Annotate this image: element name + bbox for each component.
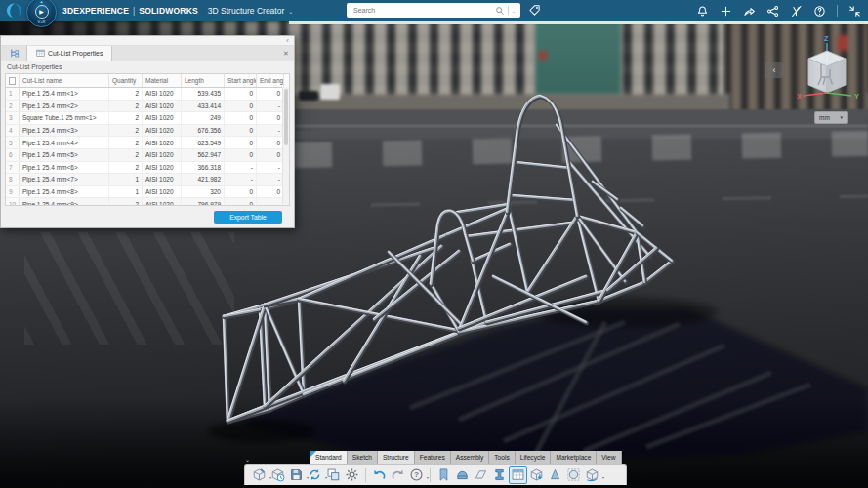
settings-icon[interactable] (343, 466, 361, 484)
cell-material: AISI 1020 (143, 125, 182, 137)
cut-list-properties-panel: ‹ Cut-List Properties ✕ (0, 35, 295, 228)
bookmark-icon[interactable] (434, 466, 453, 484)
search-input[interactable] (351, 6, 495, 15)
cut-list-row[interactable]: 9Pipe.1 25.4 mm<8>1AISI 102032000 (6, 186, 289, 199)
close-panel-button[interactable]: ✕ (278, 46, 294, 61)
play-icon: ▶ (35, 5, 49, 19)
share-markup-icon[interactable] (324, 466, 343, 484)
add-content-icon[interactable] (720, 5, 732, 18)
tab-tools[interactable]: Tools (489, 451, 515, 464)
search-caret-icon[interactable]: ⌄ (512, 8, 516, 14)
panel-tab-bar: Cut-List Properties ✕ (1, 46, 294, 61)
cut-list-row[interactable]: 6Pipe.1 25.4 mm<5>2AISI 1020562.94700 (6, 149, 289, 162)
new-part-icon[interactable]: ▾ (250, 466, 269, 484)
cell-end: - (257, 198, 284, 205)
cut-list-row[interactable]: 1Pipe.1 25.4 mm<1>2AISI 1020539.43500 (6, 88, 289, 101)
undo-icon[interactable] (370, 466, 389, 484)
help-icon[interactable] (813, 5, 826, 18)
brand-separator: | (133, 6, 135, 16)
column-header[interactable]: Start angle (225, 74, 257, 87)
redo-icon[interactable] (389, 466, 407, 484)
brand-solidworks: SOLIDWORKS (139, 6, 198, 16)
save-icon[interactable]: ▾ (287, 466, 306, 484)
reload-icon[interactable]: ▾ (306, 466, 324, 484)
tab-standard[interactable]: Standard (310, 451, 348, 464)
cell-end: 0 (257, 88, 284, 100)
cell-start: 0 (225, 88, 257, 100)
compass-version-label: V+R (38, 20, 46, 24)
z-axis-label[interactable]: Z (824, 34, 829, 43)
tag-icon[interactable] (528, 4, 541, 17)
column-header[interactable]: Length (182, 74, 225, 87)
cell-start: 0 (225, 198, 257, 205)
open-recent-icon[interactable] (269, 466, 287, 484)
cell-num: 2 (6, 101, 20, 112)
view-cube[interactable]: X Y Z (787, 31, 868, 107)
cell-qty: 2 (109, 112, 143, 124)
table-scrollbar[interactable] (282, 87, 289, 204)
cut-list-row[interactable]: 10Pipe.1 25.4 mm<9>2AISI 1020796.9790- (6, 198, 289, 205)
top-bar-divider (837, 5, 838, 17)
collapse-window-icon[interactable] (848, 5, 861, 18)
scrollbar-thumb[interactable] (284, 89, 288, 145)
cell-start: - (225, 174, 257, 185)
cell-qty: 2 (109, 88, 143, 100)
cell-length: 539.435 (182, 88, 225, 100)
cell-material: AISI 1020 (143, 88, 182, 100)
search-box: ⌄ (347, 3, 520, 18)
help-icon[interactable]: ?▾ (407, 466, 426, 484)
toolbar-overflow-caret[interactable]: ⌄ (245, 456, 250, 463)
notifications-icon[interactable] (696, 5, 709, 18)
tab-marketplace[interactable]: Marketplace (551, 451, 597, 464)
collaboration-icon[interactable] (766, 5, 779, 18)
structure-profile-icon[interactable] (490, 466, 509, 484)
action-bar-tabs: StandardSketchStructureFeaturesAssemblyT… (310, 451, 622, 464)
tab-lifecycle[interactable]: Lifecycle (516, 451, 552, 464)
cut-list-row[interactable]: 8Pipe.1 25.4 mm<7>1AISI 1020421.982-- (6, 174, 289, 186)
column-header[interactable]: End angle (257, 74, 284, 87)
action-bar-toolbar: ▾▾▾?▾▾ (244, 464, 627, 485)
share-icon[interactable] (743, 5, 756, 18)
app-name[interactable]: 3D Structure Creator (208, 6, 284, 16)
y-axis-label[interactable]: Y (854, 92, 859, 101)
tab-view[interactable]: View (597, 451, 621, 464)
tab-features[interactable]: Features (415, 451, 451, 464)
chevron-left-icon[interactable]: ‹ (286, 36, 289, 45)
units-dropdown[interactable]: mm ▼ (814, 111, 848, 124)
panel-collapse-button[interactable]: ‹ (765, 62, 784, 78)
cut-list-row[interactable]: 5Pipe.1 25.4 mm<4>2AISI 1020623.54900 (6, 137, 289, 149)
panel-section-title: Cut-List Properties (1, 61, 294, 73)
chevron-down-icon[interactable]: ⌄ (288, 8, 293, 15)
tab-sketch[interactable]: Sketch (348, 451, 378, 464)
cut-list-row[interactable]: 2Pipe.1 25.4 mm<2>2AISI 1020433.4140- (6, 101, 289, 113)
column-header[interactable]: Cut-List name (20, 74, 109, 87)
export-table-button[interactable]: Export Table (214, 211, 282, 224)
mirror-pattern-icon[interactable]: ▾ (583, 466, 601, 484)
column-header[interactable]: Material (143, 74, 182, 87)
cell-start: 0 (225, 137, 257, 148)
cut-list-row[interactable]: 7Pipe.1 25.4 mm<6>2AISI 1020366.318-- (6, 162, 289, 175)
tab-assembly[interactable]: Assembly (451, 451, 490, 464)
extract-member-icon[interactable] (527, 466, 546, 484)
cut-list-row[interactable]: 3Square Tube.1 25 mm<1>2AISI 102024900 (6, 112, 289, 125)
column-header[interactable]: Quantity (109, 74, 143, 87)
cell-num: 8 (6, 174, 20, 185)
tab-structure[interactable]: Structure (378, 451, 415, 464)
sphere-frame-icon[interactable] (564, 466, 583, 484)
tab-cut-list-properties[interactable]: Cut-List Properties (27, 46, 112, 61)
reference-plane-icon[interactable] (472, 466, 490, 484)
x-axis-label[interactable]: X (797, 92, 802, 101)
select-all-checkbox[interactable] (9, 77, 16, 85)
insert-component-icon[interactable] (453, 466, 472, 484)
cell-length: 366.318 (182, 162, 225, 174)
cut-list-row[interactable]: 4Pipe.1 25.4 mm<3>2AISI 1020676.3560- (6, 125, 289, 138)
cell-qty: 2 (109, 198, 143, 205)
3dswym-icon[interactable] (790, 5, 803, 18)
cut-list-table-icon[interactable] (509, 466, 527, 484)
tree-view-button[interactable] (1, 46, 27, 61)
cell-qty: 1 (109, 174, 143, 185)
weldment-icon[interactable] (546, 466, 564, 484)
search-icon[interactable] (495, 6, 505, 16)
cell-name: Pipe.1 25.4 mm<4> (20, 137, 109, 148)
cell-material: AISI 1020 (143, 174, 182, 185)
